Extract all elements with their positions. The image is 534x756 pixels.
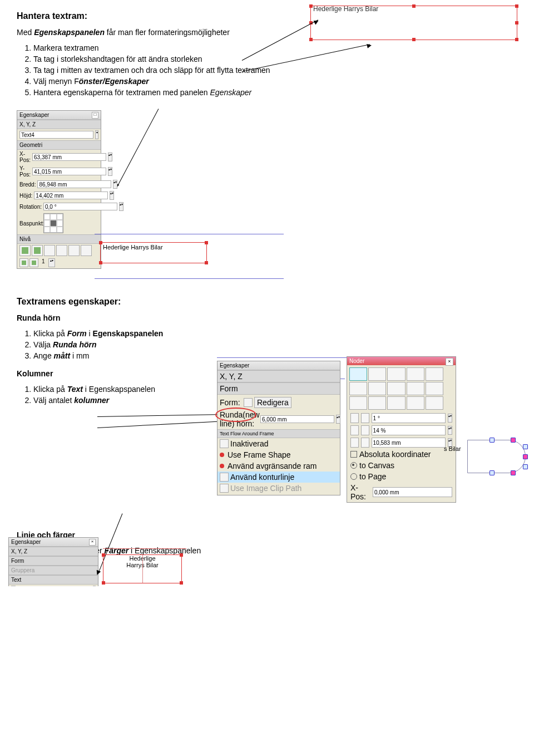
mm-field[interactable] bbox=[372, 438, 446, 448]
spinner-icon[interactable]: ▴▾ bbox=[110, 191, 114, 200]
tool-icon[interactable] bbox=[361, 413, 369, 423]
opt-clip-path: Use Image Clip Path bbox=[230, 484, 301, 493]
layer-up-icon[interactable] bbox=[19, 258, 28, 267]
section-xyz[interactable]: X, Y, Z bbox=[217, 370, 340, 382]
runda-field[interactable] bbox=[260, 415, 334, 423]
niva-value: 1 bbox=[39, 258, 47, 267]
properties-panel-text[interactable]: Egenskaper× X, Y, Z Form Gruppera Text T… bbox=[8, 537, 97, 586]
node-tool-icon[interactable] bbox=[426, 382, 443, 395]
node-tool-icon[interactable] bbox=[368, 396, 386, 410]
node-tool-icon[interactable] bbox=[426, 396, 443, 410]
section-xyz[interactable]: X, Y, Z bbox=[9, 547, 98, 556]
section-form[interactable]: Form bbox=[9, 556, 98, 566]
bredd-field[interactable] bbox=[37, 180, 111, 188]
section-text[interactable]: Text bbox=[9, 575, 98, 585]
node-tool-icon[interactable] bbox=[387, 382, 405, 395]
tool-icon[interactable] bbox=[361, 438, 369, 448]
radio-page[interactable] bbox=[350, 473, 357, 480]
opt-avgransande[interactable]: Använd avgränsande ram bbox=[228, 462, 317, 470]
layer-icon[interactable] bbox=[44, 245, 55, 256]
node-tool-icon[interactable] bbox=[368, 382, 386, 395]
radio-canvas[interactable] bbox=[350, 462, 357, 469]
niva-icons bbox=[17, 244, 101, 257]
shape-icon[interactable] bbox=[244, 398, 253, 407]
checkbox[interactable] bbox=[350, 451, 357, 458]
spinner-icon[interactable]: ▴▾ bbox=[113, 180, 117, 189]
noder-xpos-field[interactable] bbox=[373, 487, 452, 497]
opt-inaktiverad[interactable]: Inaktiverad bbox=[230, 439, 268, 448]
layer-icon[interactable] bbox=[19, 245, 31, 256]
tool-icon[interactable] bbox=[350, 438, 359, 448]
node-tool-icon[interactable] bbox=[349, 396, 367, 410]
spinner-icon[interactable]: ▴▾ bbox=[448, 426, 452, 435]
node-tool-icon[interactable] bbox=[407, 367, 424, 381]
runda-step-3: Ange mått i mm bbox=[33, 351, 217, 360]
deg-field[interactable] bbox=[372, 413, 446, 423]
redigera-button[interactable]: Redigera bbox=[254, 397, 291, 408]
xpos-field[interactable] bbox=[32, 153, 106, 161]
runda-step-1: Klicka på Form i Egenskapspanelen bbox=[33, 329, 217, 338]
layer-icon[interactable] bbox=[81, 245, 92, 256]
node-tool-icon[interactable] bbox=[407, 396, 424, 410]
node-tool-icon[interactable] bbox=[407, 382, 424, 395]
node-tool-icon[interactable] bbox=[349, 367, 367, 381]
spinner-icon[interactable]: ▴▾ bbox=[48, 258, 55, 267]
close-icon[interactable]: × bbox=[89, 539, 96, 546]
close-icon[interactable]: × bbox=[446, 358, 453, 366]
dropdown-icon[interactable]: ▾ bbox=[95, 130, 98, 139]
layer-icon[interactable] bbox=[56, 245, 67, 256]
arrowhead-icon bbox=[367, 43, 372, 48]
baspunkt-widget[interactable] bbox=[43, 213, 63, 233]
tool-icon[interactable] bbox=[350, 425, 359, 435]
steps-list-1: Markera textramen Ta tag i storlekshandt… bbox=[33, 43, 517, 97]
radio-icon bbox=[220, 464, 224, 468]
opt-use-frame-shape[interactable]: Use Frame Shape bbox=[228, 450, 291, 459]
rounded-corner-preview bbox=[467, 440, 526, 473]
baspunkt-label: Baspunkt: bbox=[19, 220, 42, 227]
text-frame-mid[interactable]: Hederlige Harrys Bilar bbox=[100, 242, 207, 263]
to-page-label: to Page bbox=[359, 472, 386, 481]
rotation-field[interactable] bbox=[43, 203, 117, 210]
hojd-field[interactable] bbox=[34, 192, 108, 199]
section-form[interactable]: Form bbox=[217, 382, 340, 395]
noder-panel[interactable]: Noder× ▴▾ ▴▾ ▴▾ Absoluta koordinater to … bbox=[347, 356, 456, 503]
layer-down-icon[interactable] bbox=[29, 258, 38, 267]
opt-konturlinje[interactable]: Använd konturlinje bbox=[230, 473, 294, 482]
close-icon[interactable]: □ bbox=[92, 112, 98, 119]
node-tool-icon[interactable] bbox=[426, 367, 443, 381]
hojd-label: Höjd: bbox=[19, 193, 32, 199]
name-field[interactable] bbox=[19, 131, 93, 139]
layer-icon[interactable] bbox=[32, 245, 43, 256]
node-tool-icon[interactable] bbox=[368, 367, 386, 381]
properties-panel-form[interactable]: Egenskaper X, Y, Z Form Form: Redigera R… bbox=[217, 361, 340, 495]
spinner-icon[interactable]: ▴▾ bbox=[108, 167, 112, 176]
panel-title: Egenskaper □ bbox=[17, 111, 101, 120]
step-5: Hantera egenskaperna för textramen med p… bbox=[33, 88, 517, 97]
text-flow-header: Text Flow Around Frame bbox=[217, 429, 340, 438]
tool-icon[interactable] bbox=[350, 413, 359, 423]
layer-icon[interactable] bbox=[68, 245, 80, 256]
subhead-runda-horn: Runda hörn bbox=[17, 313, 517, 322]
ypos-label: Y-Pos: bbox=[19, 165, 31, 178]
font-icon: T bbox=[11, 586, 16, 586]
section-xyz[interactable]: X, Y, Z bbox=[17, 120, 101, 129]
section-gruppera: Gruppera bbox=[9, 566, 98, 575]
properties-panel-geometry[interactable]: Egenskaper □ X, Y, Z ▾ Geometri X-Pos:▴▾… bbox=[17, 110, 101, 269]
node-tool-icon[interactable] bbox=[387, 396, 405, 410]
tool-icon[interactable] bbox=[361, 425, 369, 435]
spinner-icon[interactable]: ▴▾ bbox=[108, 153, 112, 161]
option-icon bbox=[220, 473, 229, 482]
node-tool-icon[interactable] bbox=[387, 367, 405, 381]
spinner-icon[interactable]: ▴▾ bbox=[336, 415, 340, 424]
panel-title: Egenskaper bbox=[217, 361, 340, 370]
ypos-field[interactable] bbox=[32, 168, 106, 175]
spinner-icon[interactable]: ▴▾ bbox=[448, 414, 452, 423]
text-frame-top[interactable]: Hederlige Harrys Bilar bbox=[310, 6, 517, 40]
node-tool-icon[interactable] bbox=[349, 382, 367, 395]
spinner-icon[interactable]: ▴▾ bbox=[119, 202, 123, 211]
pct-field[interactable] bbox=[372, 425, 446, 435]
text-frame-mid-label: Hederlige Harrys Bilar bbox=[101, 243, 206, 252]
dropdown-icon[interactable]: ▾ bbox=[93, 586, 96, 586]
noder-title: Noder× bbox=[347, 357, 456, 365]
text-frame-columns[interactable]: Hederlige Harrys Bilar bbox=[103, 554, 182, 583]
